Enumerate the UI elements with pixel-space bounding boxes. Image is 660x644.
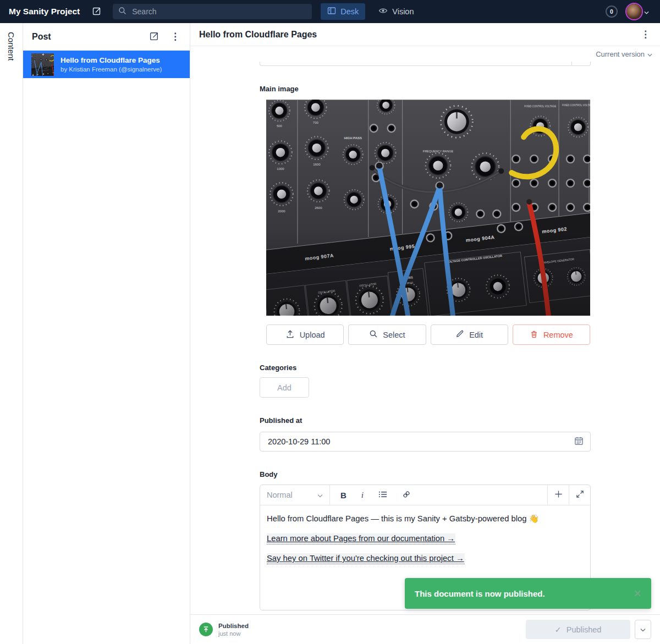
pane-header: Post ⋮ [23,23,190,51]
add-category-button[interactable]: Add [260,377,309,398]
editor-toolbar: Normal B i [260,485,590,505]
search-icon [369,329,378,340]
body-paragraph: Learn more about Pages from our document… [267,533,584,544]
publish-status-icon [199,623,213,636]
body-paragraph: Say hey on Twitter if you're checking ou… [267,553,584,564]
chevron-down-icon [640,625,646,634]
pane-menu-button[interactable]: ⋮ [169,32,181,41]
tab-desk[interactable]: Desk [321,3,365,20]
compose-icon [149,31,160,43]
document-menu-button[interactable]: ⋮ [640,30,651,39]
bold-button[interactable]: B [340,491,346,500]
bullet-list-button[interactable] [378,491,387,500]
search-icon [118,7,127,17]
version-selector[interactable]: Current version [190,46,660,62]
kebab-icon: ⋮ [641,29,650,40]
document-list-pane: Post ⋮ Hello fr [23,23,190,644]
tab-vision[interactable]: Vision [375,7,417,16]
post-thumbnail [31,53,54,76]
pencil-icon [455,329,464,340]
user-menu-button[interactable] [623,3,652,20]
editor-pane: Hello from Cloudflare Pages ⋮ Current ve… [190,23,660,644]
chevron-down-icon [647,50,652,58]
calendar-icon [574,436,584,447]
select-button[interactable]: Select [348,324,426,345]
create-new-post-button[interactable] [149,31,160,43]
link-button[interactable] [402,490,411,500]
remove-button[interactable]: Remove [513,324,590,345]
link-icon [402,490,411,500]
publish-button[interactable]: ✓ Published [526,620,630,639]
upload-icon [285,329,295,340]
chevron-down-icon [317,491,323,499]
check-icon: ✓ [555,625,562,634]
calendar-picker-button[interactable] [574,436,584,447]
editor-header: Hello from Cloudflare Pages ⋮ [190,23,660,46]
tab-desk-label: Desk [340,7,359,16]
desk-icon [327,7,336,16]
format-buttons: B i [330,485,421,505]
tab-content[interactable]: Content [7,32,16,644]
published-at-field [260,432,591,452]
insert-block-button[interactable] [547,485,569,505]
new-document-button[interactable] [92,6,102,18]
list-item-subtitle: by Kristian Freeman (@signalnerve) [61,66,162,73]
sanity-studio-app: My Sanity Project Desk [0,0,660,644]
plus-icon [554,490,563,500]
chevron-down-icon [644,8,649,16]
toast-message: This document is now published. [415,589,545,598]
upload-label: Upload [300,331,325,339]
status-count-badge[interactable]: 0 [606,5,618,18]
project-title: My Sanity Project [9,7,80,16]
list-item-post[interactable]: Hello from Cloudflare Pages by Kristian … [23,51,190,78]
compose-icon [92,6,102,18]
trash-icon [530,329,538,340]
footer-actions: ✓ Published [526,620,651,639]
remove-label: Remove [543,331,573,339]
body-paragraph: Hello from Cloudflare Pages — this is my… [267,513,584,525]
list-item-title: Hello from Cloudflare Pages [61,56,162,65]
toast-close-button[interactable]: × [634,587,641,600]
toolbar-right [547,485,590,505]
close-icon: × [634,586,641,601]
document-title: Hello from Cloudflare Pages [199,30,317,40]
publish-status-title: Published [218,623,249,629]
published-at-input[interactable] [267,437,574,447]
kebab-icon: ⋮ [170,31,180,42]
pane-title: Post [32,32,51,42]
field-label-body: Body [260,470,591,478]
main-image-photo[interactable] [266,100,590,316]
publish-status-time: just now [218,630,249,637]
text-style-value: Normal [267,491,293,499]
field-label-categories: Categories [260,364,591,372]
tab-vision-label: Vision [392,7,414,16]
main-image-field [266,100,590,316]
twitter-link[interactable]: Say hey on Twitter if you're checking ou… [267,553,465,564]
topbar-right: 0 [606,3,652,20]
list-icon [378,491,387,500]
publish-toast: This document is now published. × [405,578,651,609]
publish-menu-button[interactable] [635,620,651,639]
expand-icon [576,490,584,500]
version-label: Current version [596,50,645,58]
document-footer: Published just now ✓ Published [190,614,660,644]
docs-link[interactable]: Learn more about Pages from our document… [267,533,455,544]
slug-field-partial[interactable] [260,62,591,66]
eye-icon [378,7,388,16]
publish-button-label: Published [566,625,602,634]
field-divider [571,62,572,65]
field-label-published-at: Published at [260,416,591,425]
italic-button[interactable]: i [361,490,364,500]
field-label-main-image: Main image [260,85,591,93]
content-rail: Content [0,23,23,644]
search-input[interactable] [131,7,306,16]
edit-label: Edit [469,331,483,339]
text-style-select[interactable]: Normal [260,485,330,505]
list-item-text: Hello from Cloudflare Pages by Kristian … [61,56,162,73]
pane-actions: ⋮ [149,31,181,43]
expand-editor-button[interactable] [569,485,590,505]
body-content[interactable]: Hello from Cloudflare Pages — this is my… [260,505,590,580]
upload-button[interactable]: Upload [266,324,344,345]
workspace: Content Post ⋮ [0,23,660,644]
edit-button[interactable]: Edit [431,324,508,345]
